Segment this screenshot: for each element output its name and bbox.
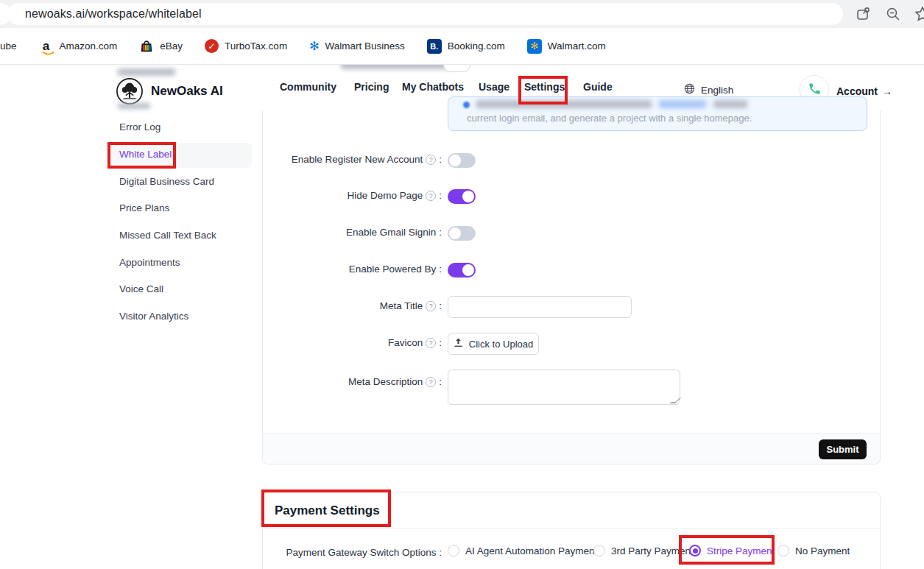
toggle-gmail-signin[interactable]: [448, 226, 476, 241]
submit-button[interactable]: Submit: [819, 439, 867, 459]
amazon-icon: a: [39, 39, 54, 54]
language-selector[interactable]: English: [684, 83, 733, 96]
bookmark-walmart-com[interactable]: ✻ Walmart.com: [527, 39, 606, 54]
toggle-knob: [462, 264, 474, 276]
sidebar-item-error-log[interactable]: Error Log: [119, 121, 161, 132]
field-label-powered-by: Enable Powered By :: [221, 264, 442, 275]
sidebar-item-white-label[interactable]: White Label: [119, 149, 172, 160]
page-content: NewOaks AI Error Log White Label Digital…: [0, 65, 924, 569]
field-label-gmail-signin: Enable Gmail Signin :: [221, 227, 442, 238]
sidebar-item-digital-business-card[interactable]: Digital Business Card: [119, 176, 214, 187]
password-key-icon[interactable]: [855, 5, 872, 23]
toggle-knob: [449, 155, 461, 166]
newoaks-logo-icon: [116, 77, 144, 105]
meta-title-input[interactable]: [448, 296, 632, 318]
screen: newoaks.ai/workspace/whitelabel: [0, 0, 924, 569]
radio-label: AI Agent Automation Payment: [465, 545, 597, 556]
bookmark-amazon[interactable]: a Amazon.com: [39, 39, 118, 54]
nav-settings[interactable]: Settings: [524, 81, 565, 93]
radio-circle-selected[interactable]: [689, 545, 701, 556]
radio-circle[interactable]: [448, 545, 459, 556]
redacted-banner-link: [659, 100, 706, 108]
sidebar-item-voice-call[interactable]: Voice Call: [119, 283, 163, 294]
bookmark-label: Walmart Business: [325, 40, 405, 52]
bookmarks-bar: ube a Amazon.com eBay: [0, 28, 924, 65]
globe-icon: [684, 83, 695, 96]
nav-community[interactable]: Community: [280, 81, 336, 93]
toolbar-icon-group: [855, 0, 924, 28]
arrow-right-icon: →: [882, 85, 892, 97]
field-label-meta-description: Meta Description ? :: [221, 376, 442, 387]
radio-label: No Payment: [795, 545, 850, 556]
bookmark-walmart-business[interactable]: ✻ Walmart Business: [309, 40, 405, 52]
browser-toolbar: newoaks.ai/workspace/whitelabel: [0, 0, 924, 28]
redacted-banner-text-2: [713, 100, 747, 108]
url-text: newoaks.ai/workspace/whitelabel: [25, 7, 202, 21]
bookmark-label: Amazon.com: [60, 40, 118, 52]
help-icon[interactable]: ?: [426, 301, 436, 311]
radio-stripe-payment[interactable]: Stripe Payment: [689, 545, 775, 556]
help-icon[interactable]: ?: [426, 338, 436, 348]
toggle-enable-register[interactable]: [448, 153, 476, 168]
nav-my-chatbots[interactable]: My Chatbots: [402, 81, 464, 93]
brand-title: NewOaks AI: [151, 84, 223, 99]
account-link[interactable]: Account →: [836, 85, 892, 97]
upload-label: Click to Upload: [469, 339, 533, 350]
zoom-out-icon[interactable]: [884, 5, 902, 23]
help-icon[interactable]: ?: [426, 155, 436, 165]
payment-settings-title: Payment Settings: [275, 503, 380, 518]
card-footer: Submit: [263, 433, 880, 464]
redacted-banner-text: [476, 100, 652, 108]
redacted-sidebar-subtext: [118, 103, 150, 109]
radio-circle[interactable]: [777, 545, 789, 556]
bookmark-booking[interactable]: B. Booking.com: [427, 39, 505, 54]
radio-dot: [693, 548, 698, 554]
upload-icon: [454, 338, 463, 350]
field-label-hide-demo: Hide Demo Page ? :: [221, 190, 442, 201]
field-label-enable-register: Enable Register New Account ? :: [221, 154, 442, 165]
account-label: Account: [836, 85, 878, 97]
redacted-sidebar-text: [118, 68, 175, 76]
toggle-knob: [462, 191, 474, 202]
help-icon[interactable]: ?: [426, 377, 436, 387]
info-icon: [463, 102, 470, 108]
nav-pricing[interactable]: Pricing: [354, 81, 389, 93]
turbotax-check-icon: ✓: [205, 39, 219, 53]
toggle-knob: [449, 227, 461, 239]
click-to-upload-button[interactable]: Click to Upload: [448, 333, 539, 355]
radio-ai-agent-automation-payment[interactable]: AI Agent Automation Payment: [448, 545, 597, 556]
sidebar-item-price-plans[interactable]: Price Plans: [119, 202, 169, 213]
nav-guide[interactable]: Guide: [583, 81, 613, 93]
language-label: English: [701, 85, 733, 96]
radio-circle[interactable]: [593, 545, 605, 556]
bookmark-youtube-partial[interactable]: ube: [0, 40, 17, 52]
divider: [263, 528, 880, 529]
radio-no-payment[interactable]: No Payment: [777, 545, 850, 556]
favorites-star-icon[interactable]: [914, 5, 924, 23]
bookmark-label: Booking.com: [448, 40, 505, 52]
sidebar-item-appointments[interactable]: Appointments: [119, 257, 180, 268]
toggle-hide-demo[interactable]: [448, 189, 476, 204]
address-bar[interactable]: newoaks.ai/workspace/whitelabel: [7, 3, 843, 25]
bookmark-label: ube: [0, 40, 17, 52]
help-icon[interactable]: ?: [426, 191, 436, 201]
sidebar-item-missed-call-text-back[interactable]: Missed Call Text Back: [119, 230, 216, 241]
walmart-spark-icon: ✻: [309, 40, 319, 52]
radio-3rd-party-payment[interactable]: 3rd Party Payment: [593, 545, 694, 556]
radio-label: Stripe Payment: [707, 545, 775, 556]
radio-label: 3rd Party Payment: [611, 545, 694, 556]
meta-description-textarea[interactable]: [448, 370, 680, 405]
bookmark-turbotax[interactable]: ✓ TurboTax.com: [205, 39, 287, 53]
sidebar-item-visitor-analytics[interactable]: Visitor Analytics: [119, 311, 188, 322]
payment-gateway-label: Payment Gateway Switch Options :: [221, 547, 442, 558]
bookmark-label: TurboTax.com: [225, 40, 287, 52]
booking-b-icon: B.: [427, 39, 442, 54]
bookmark-label: eBay: [160, 40, 183, 52]
bookmark-ebay[interactable]: eBay: [139, 39, 183, 54]
bookmark-label: Walmart.com: [548, 40, 606, 52]
nav-usage[interactable]: Usage: [479, 81, 509, 93]
field-label-meta-title: Meta Title ? :: [221, 300, 442, 311]
field-label-favicon: Favicon ? :: [221, 337, 442, 348]
toggle-powered-by[interactable]: [448, 263, 476, 278]
ebay-bag-icon: [139, 39, 154, 54]
